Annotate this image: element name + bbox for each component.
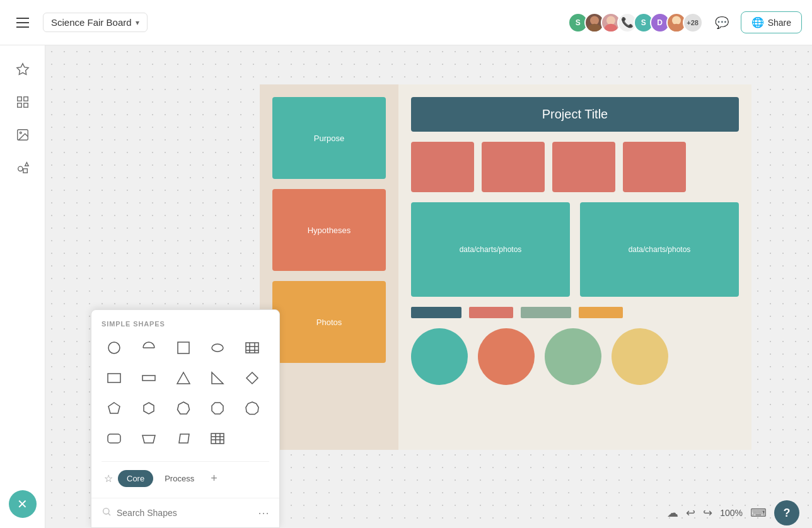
- small-card-3[interactable]: [552, 142, 615, 192]
- canvas-area[interactable]: Purpose Hypotheses Photos Project Title: [45, 45, 812, 528]
- table-shape-btn[interactable]: [240, 335, 265, 360]
- tab-core[interactable]: Core: [118, 470, 153, 487]
- oval-shape-btn[interactable]: [205, 335, 230, 360]
- svg-rect-10: [23, 103, 27, 107]
- grid-table-shape-btn[interactable]: [205, 426, 230, 451]
- shapes-icon-button[interactable]: [9, 154, 37, 181]
- tab-process[interactable]: Process: [156, 470, 203, 487]
- small-cards-row: [411, 142, 739, 192]
- svg-rect-25: [108, 374, 120, 382]
- data-card-1[interactable]: data/charts/photos: [411, 202, 570, 297]
- close-fab-button[interactable]: ✕: [9, 490, 37, 518]
- parallelogram-shape-btn[interactable]: [171, 426, 196, 451]
- circle-yellow: [612, 328, 668, 385]
- circle-teal: [411, 328, 468, 385]
- redo-icon[interactable]: ↪: [703, 506, 712, 520]
- trapezoid-shape-btn[interactable]: [136, 426, 161, 451]
- search-bar: ⋯: [91, 498, 279, 527]
- svg-rect-38: [211, 433, 224, 444]
- hypotheses-card[interactable]: Hypotheses: [272, 189, 386, 271]
- search-icon: [102, 507, 112, 519]
- circles-row: [411, 328, 739, 385]
- svg-rect-35: [108, 434, 120, 443]
- star-icon-button[interactable]: [9, 55, 37, 83]
- svg-point-12: [20, 132, 21, 134]
- globe-icon: 🌐: [751, 16, 764, 28]
- svg-marker-28: [212, 372, 223, 384]
- svg-marker-29: [246, 372, 258, 384]
- shapes-grid: [102, 335, 269, 451]
- image-icon-button[interactable]: [9, 121, 37, 149]
- board-title-dropdown[interactable]: Science Fair Board ▾: [43, 13, 148, 32]
- share-label: Share: [768, 18, 791, 28]
- cloud-save-icon[interactable]: ☁: [667, 506, 678, 520]
- label-orange: [579, 307, 623, 318]
- shapes-category-label: SIMPLE SHAPES: [102, 320, 269, 328]
- square-shape-btn[interactable]: [171, 335, 196, 360]
- nonagon-shape-btn[interactable]: [240, 396, 265, 421]
- label-red: [469, 307, 513, 318]
- svg-rect-18: [178, 342, 189, 353]
- shape-tabs: ☆ Core Process +: [102, 461, 269, 488]
- add-tab-button[interactable]: +: [208, 469, 220, 488]
- purpose-card[interactable]: Purpose: [272, 97, 386, 179]
- svg-rect-15: [23, 169, 26, 173]
- small-card-4[interactable]: [623, 142, 686, 192]
- svg-rect-7: [17, 97, 21, 101]
- keyboard-icon[interactable]: ⌨: [750, 506, 767, 520]
- left-content-panel: Purpose Hypotheses Photos: [260, 84, 398, 450]
- svg-marker-37: [179, 434, 189, 443]
- rounded-rect-shape-btn[interactable]: [102, 426, 127, 451]
- zoom-level: 100%: [720, 508, 743, 518]
- hexagon-shape-btn[interactable]: [136, 396, 161, 421]
- half-circle-shape-btn[interactable]: [136, 335, 161, 360]
- svg-marker-6: [16, 64, 28, 74]
- right-content-panel: Project Title data/charts/photos data/ch…: [398, 84, 751, 450]
- wide-rect-shape-btn[interactable]: [136, 365, 161, 391]
- label-green: [521, 307, 571, 318]
- svg-point-2: [606, 16, 615, 25]
- project-title-bar[interactable]: Project Title: [411, 97, 739, 132]
- undo-icon[interactable]: ↩: [686, 506, 695, 520]
- svg-rect-26: [142, 376, 155, 381]
- photos-card[interactable]: Photos: [272, 281, 386, 363]
- board-title: Science Fair Board: [51, 17, 132, 28]
- svg-point-0: [590, 16, 599, 25]
- data-cards-row: data/charts/photos data/charts/photos: [411, 202, 739, 297]
- more-options-icon[interactable]: ⋯: [258, 506, 269, 520]
- search-input[interactable]: [117, 508, 253, 518]
- rect-shape-btn[interactable]: [102, 365, 127, 391]
- circle-mint: [545, 328, 601, 385]
- main-layout: ✕ Purpose Hypotheses Photos Projec: [0, 45, 812, 528]
- comment-button[interactable]: 💬: [710, 11, 733, 34]
- help-button[interactable]: ?: [774, 500, 799, 525]
- labels-row: [411, 307, 739, 318]
- heptagon-shape-btn[interactable]: [171, 396, 196, 421]
- pentagon-shape-btn[interactable]: [102, 396, 127, 421]
- svg-marker-36: [142, 435, 155, 443]
- circle-shape-btn[interactable]: [102, 335, 127, 360]
- avatar-overflow[interactable]: +28: [683, 13, 703, 33]
- circle-salmon: [478, 328, 535, 385]
- shapes-panel: SIMPLE SHAPES: [91, 309, 280, 528]
- svg-marker-27: [177, 372, 190, 384]
- svg-point-16: [108, 342, 120, 353]
- svg-point-5: [670, 23, 683, 32]
- star-tab-icon[interactable]: ☆: [102, 470, 115, 487]
- menu-button[interactable]: [10, 10, 35, 35]
- right-triangle-shape-btn[interactable]: [205, 365, 230, 391]
- data-card-2[interactable]: data/charts/photos: [580, 202, 739, 297]
- grid-icon-button[interactable]: [9, 88, 37, 116]
- share-button[interactable]: 🌐 Share: [741, 11, 802, 33]
- board-content: Purpose Hypotheses Photos Project Title: [260, 84, 751, 450]
- svg-point-4: [672, 16, 681, 25]
- svg-rect-9: [17, 103, 21, 107]
- sidebar-bottom: ✕: [9, 490, 37, 528]
- triangle-shape-btn[interactable]: [171, 365, 196, 391]
- svg-marker-30: [108, 403, 120, 413]
- small-card-1[interactable]: [411, 142, 474, 192]
- small-card-2[interactable]: [482, 142, 545, 192]
- octagon-shape-btn[interactable]: [205, 396, 230, 421]
- svg-point-3: [604, 23, 617, 32]
- diamond-shape-btn[interactable]: [240, 365, 265, 391]
